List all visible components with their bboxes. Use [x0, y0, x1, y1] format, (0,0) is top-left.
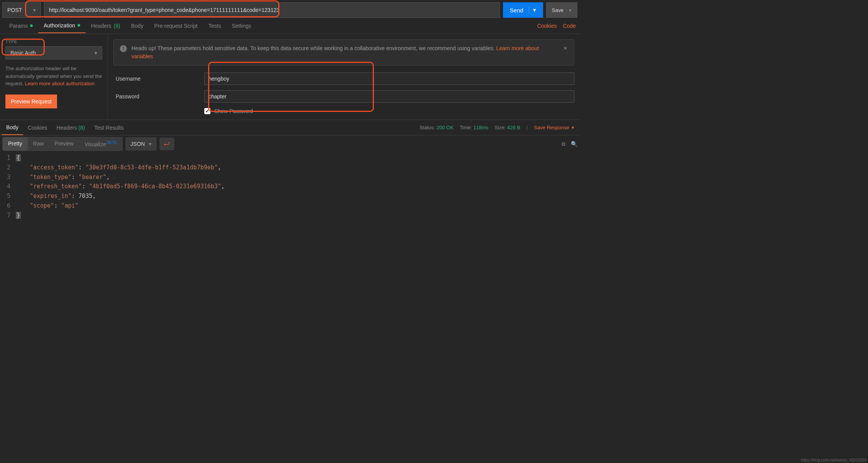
save-button[interactable]: Save ▾: [546, 2, 577, 18]
response-json[interactable]: { "access_token": "30e3f7d0-8c53-4dfe-b1…: [16, 152, 225, 221]
http-method-value: POST: [7, 7, 22, 13]
close-icon[interactable]: ✕: [563, 44, 568, 52]
resp-tab-headers[interactable]: Headers (8): [52, 121, 90, 135]
auth-type-value: Basic Auth: [10, 50, 36, 56]
auth-type-select[interactable]: Basic Auth ▾: [5, 46, 102, 59]
size-value: 426 B: [507, 125, 520, 130]
cookies-link[interactable]: Cookies: [537, 23, 557, 29]
view-pretty[interactable]: Pretty: [3, 137, 28, 150]
request-tabs: Params Authorization Headers (9) Body Pr…: [0, 18, 580, 34]
resp-tab-body[interactable]: Body: [2, 120, 23, 135]
tab-authorization[interactable]: Authorization: [38, 19, 86, 33]
tab-settings[interactable]: Settings: [226, 19, 257, 33]
body-format-select[interactable]: JSON ▾: [126, 137, 156, 150]
chevron-down-icon: ▾: [94, 50, 97, 56]
view-visualize[interactable]: VisualizeBETA: [79, 137, 122, 150]
chevron-down-icon: ▾: [572, 125, 574, 130]
username-label: Username: [116, 76, 204, 82]
url-input[interactable]: http://localhost:9090/oauth/token?grant_…: [44, 2, 500, 18]
chevron-down-icon: ▾: [33, 7, 36, 13]
save-response-button[interactable]: Save Response ▾: [534, 125, 574, 130]
tab-body[interactable]: Body: [126, 19, 149, 33]
wrap-icon: ⮐: [164, 140, 170, 147]
chevron-down-icon[interactable]: ▾: [529, 7, 536, 14]
info-icon: !: [120, 45, 127, 52]
copy-icon[interactable]: ⧉: [562, 141, 565, 147]
code-link[interactable]: Code: [563, 23, 576, 29]
password-label: Password: [116, 93, 204, 100]
sensitive-data-banner: ! Heads up! These parameters hold sensit…: [113, 39, 574, 66]
status-value: 200 OK: [437, 125, 454, 130]
chevron-down-icon[interactable]: ▾: [569, 7, 572, 13]
response-body: 1234567 { "access_token": "30e3f7d0-8c53…: [0, 152, 580, 225]
view-raw[interactable]: Raw: [28, 137, 49, 150]
tab-prerequest[interactable]: Pre-request Script: [149, 19, 203, 33]
username-input[interactable]: [204, 73, 574, 85]
url-value: http://localhost:9090/oauth/token?grant_…: [49, 7, 279, 13]
http-method-select[interactable]: POST ▾: [2, 2, 41, 18]
json-access-token: "30e3f7d0-8c53-4dfe-b1ff-523a1db7b9eb": [86, 164, 218, 171]
send-button[interactable]: Send ▾: [503, 2, 543, 18]
tab-headers[interactable]: Headers (9): [86, 19, 126, 33]
line-gutter: 1234567: [0, 152, 16, 221]
wrap-lines-button[interactable]: ⮐: [160, 138, 174, 150]
tab-tests[interactable]: Tests: [203, 19, 227, 33]
time-value: 118ms: [473, 125, 488, 130]
view-preview[interactable]: Preview: [49, 137, 79, 150]
tab-params[interactable]: Params: [4, 19, 38, 33]
auth-type-label: TYPE: [5, 39, 102, 44]
chevron-down-icon: ▾: [149, 141, 151, 147]
auth-description: The authorization header will be automat…: [5, 65, 102, 88]
search-icon[interactable]: 🔍: [571, 141, 577, 147]
preview-request-button[interactable]: Preview Request: [5, 95, 57, 108]
dot-indicator-icon: [30, 24, 33, 27]
show-password-checkbox[interactable]: ✓: [204, 108, 210, 114]
learn-more-auth-link[interactable]: Learn more about authorization: [25, 81, 95, 86]
dot-indicator-icon: [77, 24, 80, 27]
resp-tab-cookies[interactable]: Cookies: [23, 121, 52, 135]
response-tabs: Body Cookies Headers (8) Test Results St…: [0, 120, 580, 135]
view-mode-segment: Pretty Raw Preview VisualizeBETA: [2, 137, 123, 151]
password-input[interactable]: [204, 90, 574, 103]
show-password-label: Show Password: [214, 108, 253, 114]
resp-tab-test-results[interactable]: Test Results: [89, 121, 128, 135]
